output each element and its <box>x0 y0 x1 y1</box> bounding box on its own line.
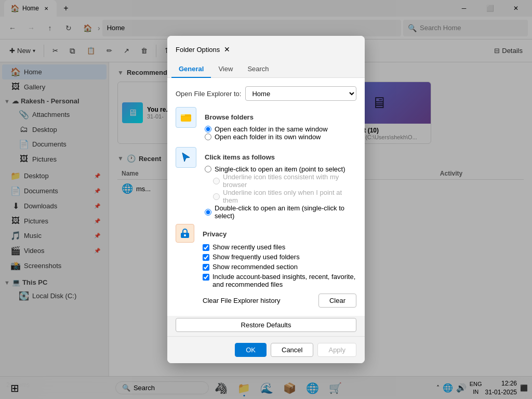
tab-view[interactable]: View <box>211 61 240 78</box>
click-title: Click items as follows <box>205 153 356 161</box>
frequent-folders-label: Show frequently used folders <box>212 253 300 261</box>
insights-label: Include account-based insights, recent, … <box>212 273 356 288</box>
svg-point-3 <box>184 234 186 236</box>
tab-search[interactable]: Search <box>240 61 276 78</box>
privacy-frequent-folders[interactable]: Show frequently used folders <box>203 252 356 262</box>
click-double-label: Double-click to open an item (single-cli… <box>215 204 356 220</box>
browse-radio-own[interactable]: Open each folder in its own window <box>205 133 356 141</box>
open-explorer-label: Open File Explorer to: <box>176 90 241 98</box>
browse-radio-same[interactable]: Open each folder in the same window <box>205 125 356 133</box>
recent-files-checkbox[interactable] <box>203 244 209 251</box>
browse-same-label: Open each folder in the same window <box>215 125 328 133</box>
insights-checkbox[interactable] <box>203 274 209 281</box>
tab-general[interactable]: General <box>171 61 211 78</box>
privacy-checks: Privacy Show recently used files Show fr… <box>203 224 356 308</box>
dialog-overlay: Folder Options ✕ General View Search Ope… <box>0 0 532 399</box>
click-section: Click items as follows Single-click to o… <box>176 147 356 220</box>
restore-row: Restore Defaults <box>167 316 365 336</box>
click-icon <box>176 147 196 168</box>
privacy-icon <box>176 224 194 243</box>
dialog-body: Open File Explorer to: Home This PC Brow… <box>167 78 365 316</box>
frequent-folders-checkbox[interactable] <box>203 254 209 261</box>
underline-point-input <box>213 193 220 200</box>
privacy-recent-files[interactable]: Show recently used files <box>203 242 356 252</box>
browse-folders-icon <box>176 107 196 128</box>
privacy-insights[interactable]: Include account-based insights, recent, … <box>203 272 356 289</box>
svg-rect-1 <box>181 114 185 116</box>
ok-btn[interactable]: OK <box>235 343 267 357</box>
browse-radio-own-input[interactable] <box>205 134 211 140</box>
privacy-recommended[interactable]: Show recommended section <box>203 262 356 272</box>
underline-browser-input <box>213 178 220 184</box>
dialog-footer: OK Cancel Apply <box>167 336 365 363</box>
privacy-svg <box>179 228 191 239</box>
folder-svg <box>180 111 192 124</box>
click-single[interactable]: Single-click to open an item (point to s… <box>205 165 356 173</box>
browse-radio-same-input[interactable] <box>205 126 211 132</box>
open-explorer-select[interactable]: Home This PC <box>245 86 356 101</box>
cursor-svg <box>180 151 192 164</box>
clear-label: Clear File Explorer history <box>203 297 281 304</box>
dialog-close-btn[interactable]: ✕ <box>220 42 234 57</box>
open-explorer-row: Open File Explorer to: Home This PC <box>176 86 356 101</box>
apply-btn[interactable]: Apply <box>317 343 356 357</box>
folder-options-dialog: Folder Options ✕ General View Search Ope… <box>167 36 365 363</box>
click-underline-browser[interactable]: Underline icon titles consistent with my… <box>213 173 356 189</box>
dialog-tabs: General View Search <box>167 61 365 78</box>
browse-title: Browse folders <box>205 113 356 121</box>
click-single-input[interactable] <box>205 166 211 172</box>
click-single-label: Single-click to open an item (point to s… <box>215 165 345 173</box>
click-double-input[interactable] <box>205 209 211 216</box>
cancel-btn[interactable]: Cancel <box>271 343 313 357</box>
click-underline-point[interactable]: Underline icon titles only when I point … <box>213 189 356 204</box>
recommended-label: Show recommended section <box>212 263 298 271</box>
browse-options-group: Browse folders Open each folder in the s… <box>205 107 356 141</box>
browse-own-label: Open each folder in its own window <box>215 133 321 141</box>
recent-files-label: Show recently used files <box>212 243 285 251</box>
clear-row: Clear File Explorer history Clear <box>203 294 356 308</box>
restore-defaults-btn[interactable]: Restore Defaults <box>176 318 356 332</box>
recommended-checkbox[interactable] <box>203 264 209 271</box>
click-options-group: Click items as follows Single-click to o… <box>205 147 356 220</box>
clear-btn[interactable]: Clear <box>318 294 356 308</box>
underline-point-label: Underline icon titles only when I point … <box>223 189 356 204</box>
privacy-section: Privacy Show recently used files Show fr… <box>176 224 356 308</box>
click-double[interactable]: Double-click to open an item (single-cli… <box>205 204 356 220</box>
dialog-title: Folder Options <box>176 46 220 54</box>
privacy-title: Privacy <box>203 230 356 238</box>
underline-browser-label: Underline icon titles consistent with my… <box>223 173 356 189</box>
dialog-title-bar: Folder Options ✕ <box>167 36 365 61</box>
